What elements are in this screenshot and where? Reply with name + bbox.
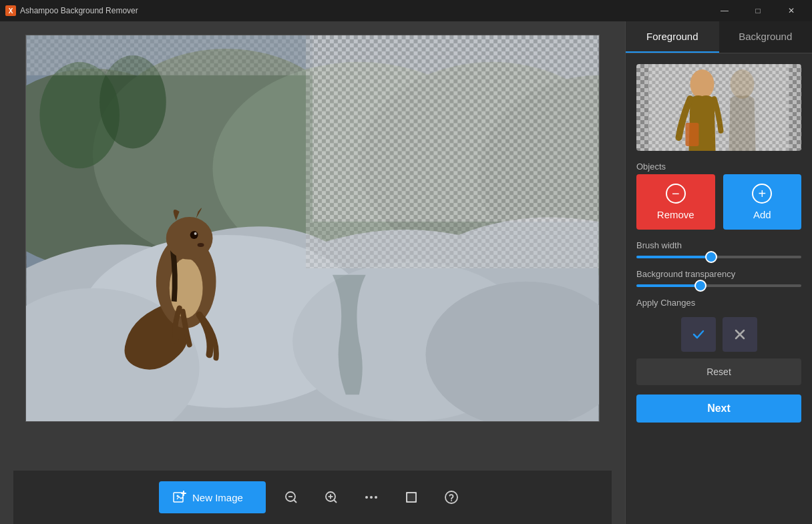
- background-transparency-label: Background transparency: [636, 269, 801, 279]
- remove-button[interactable]: − Remove: [636, 174, 715, 230]
- zoom-out-button[interactable]: [276, 483, 306, 512]
- tabs: Foreground Background: [626, 21, 812, 53]
- zoom-in-button[interactable]: [317, 483, 346, 512]
- background-transparency-slider[interactable]: [636, 284, 801, 287]
- add-icon: +: [752, 184, 772, 204]
- layer-button[interactable]: [397, 483, 426, 512]
- minimize-button[interactable]: —: [709, 0, 740, 21]
- zoom-out-icon: [284, 490, 298, 505]
- svg-point-17: [194, 232, 197, 235]
- svg-line-33: [334, 500, 337, 503]
- zoom-in-icon: [324, 490, 339, 505]
- background-transparency-section: Background transparency: [636, 269, 801, 287]
- more-options-button[interactable]: [357, 483, 386, 512]
- apply-buttons: [636, 317, 801, 352]
- discard-button[interactable]: [723, 317, 757, 352]
- panel-content: Objects − Remove + Add Brush width: [626, 53, 812, 524]
- svg-point-48: [731, 69, 755, 99]
- new-image-button[interactable]: New Image: [159, 481, 266, 513]
- svg-point-39: [445, 491, 457, 503]
- objects-buttons: − Remove + Add: [636, 174, 801, 230]
- tab-background[interactable]: Background: [719, 21, 813, 53]
- svg-line-29: [294, 500, 296, 503]
- apply-changes-label: Apply Changes: [636, 298, 801, 308]
- remove-icon: −: [666, 184, 686, 204]
- svg-point-40: [451, 500, 452, 501]
- svg-rect-24: [26, 35, 313, 75]
- svg-point-36: [375, 496, 377, 499]
- app-title: Ashampoo Background Remover: [20, 6, 138, 15]
- svg-point-35: [370, 496, 373, 499]
- svg-rect-38: [407, 493, 415, 501]
- tab-foreground[interactable]: Foreground: [626, 21, 719, 53]
- maximize-button[interactable]: □: [743, 0, 773, 21]
- svg-rect-23: [313, 35, 599, 222]
- add-button[interactable]: + Add: [723, 174, 802, 230]
- discard-icon: [733, 327, 747, 342]
- close-button[interactable]: ✕: [776, 0, 807, 21]
- svg-point-15: [166, 217, 213, 260]
- new-image-icon: [172, 490, 187, 505]
- svg-point-26: [177, 495, 179, 497]
- more-icon: [364, 490, 379, 505]
- app-icon: X: [5, 5, 16, 16]
- brush-width-section: Brush width: [636, 240, 801, 258]
- help-button[interactable]: [437, 483, 466, 512]
- apply-button[interactable]: [681, 317, 716, 352]
- help-icon: [444, 490, 459, 505]
- titlebar: X Ashampoo Background Remover — □ ✕: [0, 0, 812, 21]
- right-panel: Foreground Background: [625, 21, 812, 524]
- svg-point-16: [190, 231, 198, 239]
- layer-icon: [404, 490, 419, 505]
- svg-rect-47: [686, 123, 699, 146]
- svg-point-18: [198, 243, 204, 247]
- brush-width-slider[interactable]: [636, 256, 801, 258]
- objects-label: Objects: [636, 162, 801, 172]
- apply-changes-section: Apply Changes Reset Next: [636, 298, 801, 423]
- objects-section: Objects − Remove + Add: [636, 162, 801, 230]
- bottom-toolbar: New Image: [13, 471, 612, 524]
- titlebar-left: X Ashampoo Background Remover: [5, 5, 138, 16]
- preview-container: [636, 64, 801, 151]
- preview-svg: [636, 64, 801, 151]
- brush-width-label: Brush width: [636, 240, 801, 250]
- reset-button[interactable]: Reset: [636, 358, 801, 385]
- image-container[interactable]: [25, 35, 600, 422]
- next-button[interactable]: Next: [636, 395, 801, 423]
- svg-point-46: [690, 69, 715, 99]
- canvas-area: New Image: [0, 21, 625, 524]
- window-controls: — □ ✕: [709, 0, 807, 21]
- scene-svg: [26, 35, 599, 421]
- svg-point-34: [365, 496, 368, 499]
- checkmark-icon: [691, 327, 706, 342]
- main-layout: New Image: [0, 21, 812, 524]
